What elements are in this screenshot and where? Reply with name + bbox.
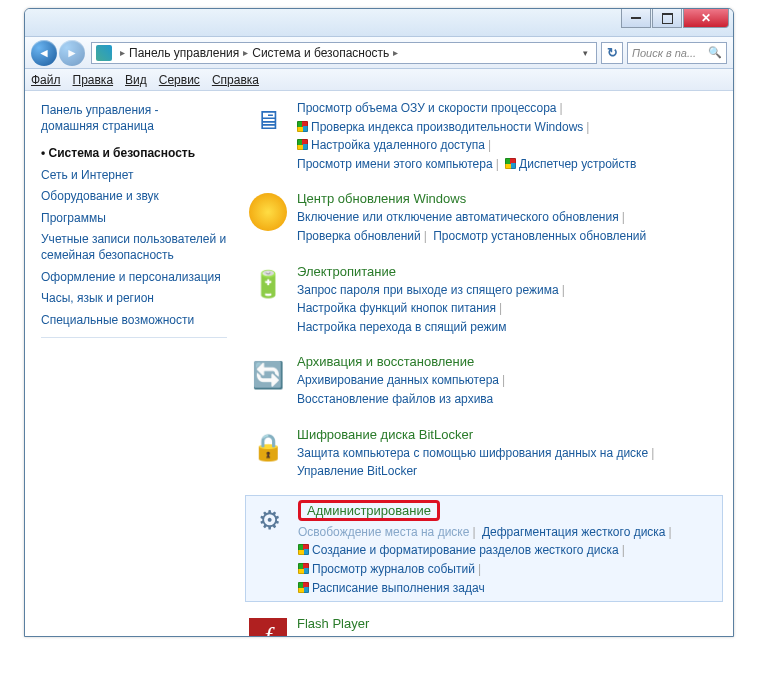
menubar: Файл Правка Вид Сервис Справка	[25, 69, 733, 91]
address-dropdown[interactable]: ▾	[579, 48, 592, 58]
search-input[interactable]: Поиск в па...	[627, 42, 727, 64]
chevron-right-icon[interactable]: ▸	[243, 47, 248, 58]
link[interactable]: Просмотр имени этого компьютера	[297, 157, 493, 171]
link[interactable]: Настройка удаленного доступа	[311, 138, 485, 152]
link[interactable]: Включение или отключение автоматического…	[297, 210, 619, 224]
address-bar[interactable]: ▸ Панель управления ▸ Система и безопасн…	[91, 42, 597, 64]
menu-help[interactable]: Справка	[212, 73, 259, 87]
refresh-button[interactable]: ↻	[601, 42, 623, 64]
minimize-button[interactable]	[621, 9, 651, 28]
sidebar-item-clock[interactable]: Часы, язык и регион	[41, 288, 227, 310]
link[interactable]: Диспетчер устройств	[519, 157, 636, 171]
sidebar-item-programs[interactable]: Программы	[41, 208, 227, 230]
control-panel-icon	[96, 45, 112, 61]
sidebar-title[interactable]: Панель управления -	[41, 103, 227, 117]
link[interactable]: Просмотр установленных обновлений	[433, 229, 646, 243]
shield-icon	[298, 544, 309, 555]
bitlocker-icon: 🔒	[249, 429, 287, 467]
link[interactable]: Защита компьютера с помощью шифрования д…	[297, 446, 648, 460]
link[interactable]: Настройка функций кнопок питания	[297, 301, 496, 315]
section-administration: ⚙ Администрирование Освобождение места н…	[245, 495, 723, 602]
administration-icon: ⚙	[250, 502, 288, 540]
link[interactable]: Проверка обновлений	[297, 229, 421, 243]
backup-icon: 🔄	[249, 356, 287, 394]
link[interactable]: Просмотр объема ОЗУ и скорости процессор…	[297, 101, 557, 115]
section-bitlocker: 🔒 Шифрование диска BitLocker Защита комп…	[245, 423, 723, 485]
maximize-button[interactable]	[652, 9, 682, 28]
sidebar-subtitle[interactable]: домашняя страница	[41, 119, 227, 133]
shield-icon	[297, 139, 308, 150]
menu-file[interactable]: Файл	[31, 73, 61, 87]
section-flash: f Flash Player	[245, 612, 723, 636]
titlebar[interactable]: ✕	[25, 9, 733, 37]
link[interactable]: Настройка перехода в спящий режим	[297, 320, 506, 334]
menu-edit[interactable]: Правка	[73, 73, 114, 87]
sidebar-item-appearance[interactable]: Оформление и персонализация	[41, 267, 227, 289]
shield-icon	[298, 582, 309, 593]
link[interactable]: Просмотр журналов событий	[312, 562, 475, 576]
content-pane: 🖥 Просмотр объема ОЗУ и скорости процесс…	[235, 91, 733, 636]
sidebar-item-users[interactable]: Учетные записи пользователей и семейная …	[41, 229, 227, 266]
section-power: 🔋 Электропитание Запрос пароля при выход…	[245, 260, 723, 341]
section-windows-update: Центр обновления Windows Включение или о…	[245, 187, 723, 249]
sidebar-item-hardware[interactable]: Оборудование и звук	[41, 186, 227, 208]
chevron-right-icon[interactable]: ▸	[393, 47, 398, 58]
breadcrumb-current[interactable]: Система и безопасность	[252, 46, 389, 60]
category-power[interactable]: Электропитание	[297, 264, 396, 279]
link[interactable]: Проверка индекса производительности Wind…	[311, 120, 583, 134]
sidebar-item-network[interactable]: Сеть и Интернет	[41, 165, 227, 187]
link[interactable]: Освобождение места на диске	[298, 525, 469, 539]
close-button[interactable]: ✕	[683, 9, 729, 28]
sidebar-item-accessibility[interactable]: Специальные возможности	[41, 310, 227, 332]
link[interactable]: Восстановление файлов из архива	[297, 392, 493, 406]
navbar: ◄ ► ▸ Панель управления ▸ Система и безо…	[25, 37, 733, 69]
link[interactable]: Дефрагментация жесткого диска	[482, 525, 666, 539]
category-administration[interactable]: Администрирование	[298, 500, 440, 521]
link[interactable]: Архивирование данных компьютера	[297, 373, 499, 387]
back-button[interactable]: ◄	[31, 40, 57, 66]
shield-icon	[297, 121, 308, 132]
menu-view[interactable]: Вид	[125, 73, 147, 87]
breadcrumb-root[interactable]: Панель управления	[129, 46, 239, 60]
category-backup[interactable]: Архивация и восстановление	[297, 354, 474, 369]
windows-update-icon	[249, 193, 287, 231]
section-backup: 🔄 Архивация и восстановление Архивирован…	[245, 350, 723, 412]
link[interactable]: Расписание выполнения задач	[312, 581, 485, 595]
link[interactable]: Запрос пароля при выходе из спящего режи…	[297, 283, 559, 297]
link[interactable]: Создание и форматирование разделов жестк…	[312, 543, 619, 557]
sidebar: Панель управления - домашняя страница Си…	[25, 91, 235, 636]
sidebar-item-system-security[interactable]: Система и безопасность	[41, 143, 227, 165]
forward-button[interactable]: ►	[59, 40, 85, 66]
power-icon: 🔋	[249, 266, 287, 304]
shield-icon	[505, 158, 516, 169]
chevron-right-icon[interactable]: ▸	[120, 47, 125, 58]
divider	[41, 337, 227, 338]
shield-icon	[298, 563, 309, 574]
system-icon: 🖥	[249, 101, 287, 139]
menu-tools[interactable]: Сервис	[159, 73, 200, 87]
section-system: 🖥 Просмотр объема ОЗУ и скорости процесс…	[245, 95, 723, 177]
control-panel-window: ✕ ◄ ► ▸ Панель управления ▸ Система и бе…	[24, 8, 734, 637]
link[interactable]: Управление BitLocker	[297, 464, 417, 478]
flash-icon: f	[249, 618, 287, 636]
category-bitlocker[interactable]: Шифрование диска BitLocker	[297, 427, 473, 442]
category-windows-update[interactable]: Центр обновления Windows	[297, 191, 466, 206]
category-flash[interactable]: Flash Player	[297, 616, 369, 631]
